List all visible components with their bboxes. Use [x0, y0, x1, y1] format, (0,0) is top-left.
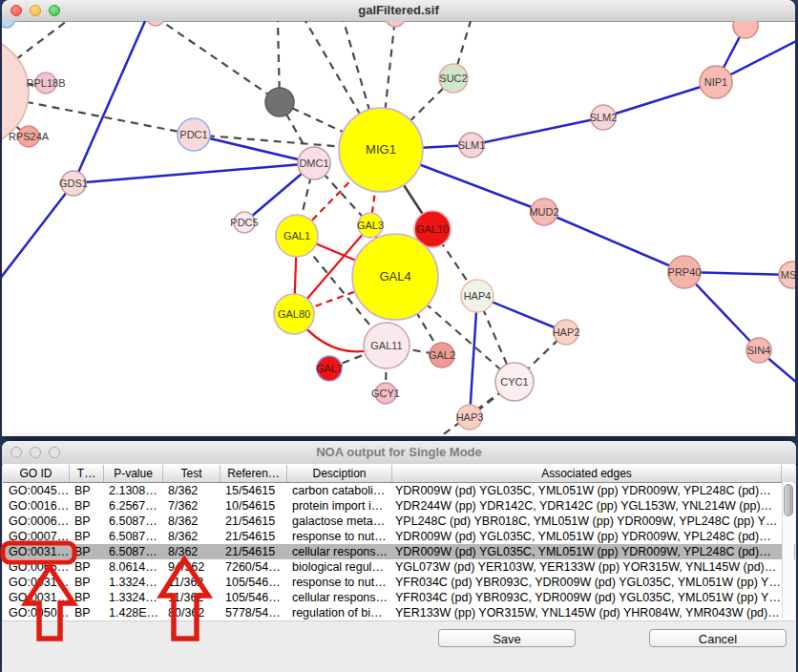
network-node-partial-a[interactable] — [147, 21, 164, 26]
minimize-button-icon[interactable] — [30, 447, 41, 458]
column-header[interactable] — [782, 465, 795, 482]
zoom-button-icon[interactable] — [49, 5, 60, 16]
table-row[interactable]: GO:0031…BP1.3324…11/362105/546…cellular … — [3, 590, 795, 605]
network-edge — [603, 82, 716, 117]
cell-associated-edges: YFR034C (pd) YBR093C, YDR009W (pd) YGL03… — [392, 590, 782, 605]
column-header[interactable]: T… — [70, 465, 104, 482]
cell-type: BP — [70, 498, 104, 514]
zoom-button-icon[interactable] — [49, 447, 60, 458]
node-label: SLM1 — [458, 139, 486, 151]
table-row[interactable]: GO:0031…BP1.3324…11/362105/546…response … — [3, 575, 795, 590]
window-controls — [10, 5, 60, 16]
cell-test: 8/362 — [163, 529, 220, 544]
cell-description: biological regul… — [287, 559, 392, 575]
cell-go-id: GO:0007… — [3, 529, 70, 544]
cell-test: 11/362 — [163, 590, 220, 605]
node-label: GAL4 — [379, 269, 410, 284]
cell-go-id: GO:0045… — [3, 483, 70, 498]
node-label: HAP4 — [464, 290, 492, 302]
cell-type: BP — [70, 529, 104, 544]
save-button[interactable]: Save — [438, 629, 576, 647]
cell-p-value: 1.428E… — [104, 605, 163, 620]
window-controls — [10, 447, 60, 458]
node-label: SIN4 — [747, 345, 770, 356]
node-label: GAL10 — [416, 223, 449, 235]
network-edge — [2, 183, 74, 279]
cell-associated-edges: YDR009W (pd) YGL035C, YML051W (pp) YDR00… — [392, 529, 782, 544]
cell-description: cellular respons… — [287, 544, 392, 559]
cell-go-id: GO:0031… — [3, 575, 70, 590]
table-row[interactable]: GO:0050…BP1.428E…80/3625778/54…regulatio… — [3, 605, 795, 620]
cell-description: cellular respons… — [287, 590, 392, 605]
cell-go-id: GO:0065… — [3, 559, 70, 575]
close-button-icon[interactable] — [10, 5, 22, 16]
network-node-tiny-tl[interactable] — [2, 21, 14, 28]
table-row[interactable]: GO:0016…BP6.2567…7/36210/54615protein im… — [3, 498, 795, 514]
cell-associated-edges: YPL248C (pd) YBR018C, YML051W (pp) YDR00… — [392, 514, 782, 529]
network-edge — [470, 296, 477, 417]
table-row[interactable]: GO:0031…BP6.5087…8/36221/54615cellular r… — [3, 544, 795, 559]
column-header[interactable]: Test — [163, 465, 220, 482]
node-label: RPL18B — [27, 77, 66, 89]
cell-go-id: GO:0031… — [3, 544, 70, 559]
minimize-button-icon[interactable] — [30, 5, 41, 16]
cell-go-id: GO:0031… — [3, 590, 70, 605]
cell-type: BP — [70, 605, 104, 620]
cell-test: 80/362 — [163, 605, 220, 620]
node-label: GAL2 — [429, 349, 455, 361]
cell-type: BP — [70, 590, 104, 605]
cell-associated-edges: YER133W (pp) YOR315W, YNL145W (pd) YHR08… — [392, 605, 782, 620]
cell-test: 94/362 — [163, 559, 220, 575]
node-label: GCY1 — [371, 388, 400, 399]
cancel-button[interactable]: Cancel — [649, 629, 787, 647]
network-canvas[interactable]: RPL18BRPS24AGDS1PDC1DMC1MIG1SUC2SLM1SLM2… — [2, 21, 795, 436]
node-label: GAL7 — [316, 363, 343, 374]
cell-test: 8/362 — [163, 514, 220, 529]
cell-p-value: 8.0614… — [104, 559, 163, 575]
cell-reference: 105/546… — [220, 575, 287, 590]
cell-reference: 5778/54… — [220, 605, 287, 620]
cell-description: regulation of bi… — [287, 605, 392, 620]
network-node-partial-c[interactable] — [733, 21, 758, 38]
node-label: DMC1 — [299, 158, 328, 169]
column-header[interactable]: GO ID — [3, 465, 70, 482]
node-label: MSN — [781, 269, 795, 281]
table-row[interactable]: GO:0065…BP8.0614…94/3627260/54…biologica… — [3, 559, 795, 575]
table-body: GO:0045…BP2.1308…8/36215/54615carbon cat… — [3, 483, 795, 621]
network-window-titlebar[interactable]: galFiltered.sif — [2, 0, 795, 22]
cell-p-value: 1.3324… — [104, 575, 163, 590]
column-header[interactable]: Desciption — [287, 465, 392, 482]
column-header[interactable]: P-value — [104, 465, 163, 482]
column-header[interactable]: Associated edges — [392, 465, 782, 482]
close-button-icon[interactable] — [10, 447, 22, 458]
network-node-partial-b[interactable] — [386, 21, 405, 27]
column-header[interactable]: Referen… — [220, 465, 287, 482]
table-row[interactable]: GO:0045…BP2.1308…8/36215/54615carbon cat… — [3, 483, 795, 498]
cell-go-id: GO:0016… — [3, 498, 70, 514]
cell-type: BP — [70, 544, 104, 559]
table-scrollbar[interactable] — [782, 482, 794, 619]
scrollbar-thumb[interactable] — [784, 484, 793, 516]
cell-p-value: 1.3324… — [104, 590, 163, 605]
cell-reference: 7260/54… — [220, 559, 287, 575]
cell-type: BP — [70, 559, 104, 575]
cell-type: BP — [70, 483, 104, 498]
network-window-title: galFiltered.sif — [2, 0, 795, 21]
cell-test: 11/362 — [163, 575, 220, 590]
node-label: RPS24A — [9, 131, 50, 142]
cell-test: 8/362 — [163, 544, 220, 559]
network-edge — [74, 163, 314, 183]
network-window: galFiltered.sif RPL18BRPS24AGDS1PDC1DMC1… — [2, 0, 795, 436]
table-row[interactable]: GO:0007…BP6.5087…8/36221/54615response t… — [3, 529, 795, 544]
cell-p-value: 6.5087… — [104, 514, 163, 529]
network-node-gray1[interactable] — [265, 88, 294, 116]
noa-window-titlebar[interactable]: NOA output for Single Mode — [2, 441, 796, 465]
cell-type: BP — [70, 575, 104, 590]
table-row[interactable]: GO:0006…BP6.5087…8/36221/54615galactose … — [3, 514, 795, 529]
node-label: CYC1 — [500, 376, 528, 388]
node-label: GAL3 — [357, 220, 384, 231]
cell-associated-edges: YGL073W (pd) YER103W, YER133W (pp) YOR31… — [392, 559, 782, 575]
cell-description: protein import i… — [287, 498, 392, 514]
node-label: PDC5 — [230, 217, 258, 228]
cell-p-value: 6.2567… — [104, 498, 163, 514]
